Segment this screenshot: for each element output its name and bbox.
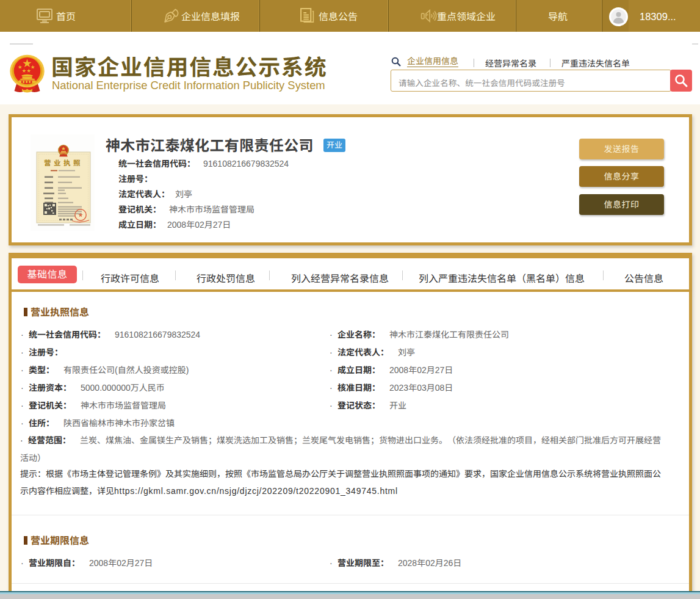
- svg-text:营业执照: 营业执照: [44, 158, 83, 167]
